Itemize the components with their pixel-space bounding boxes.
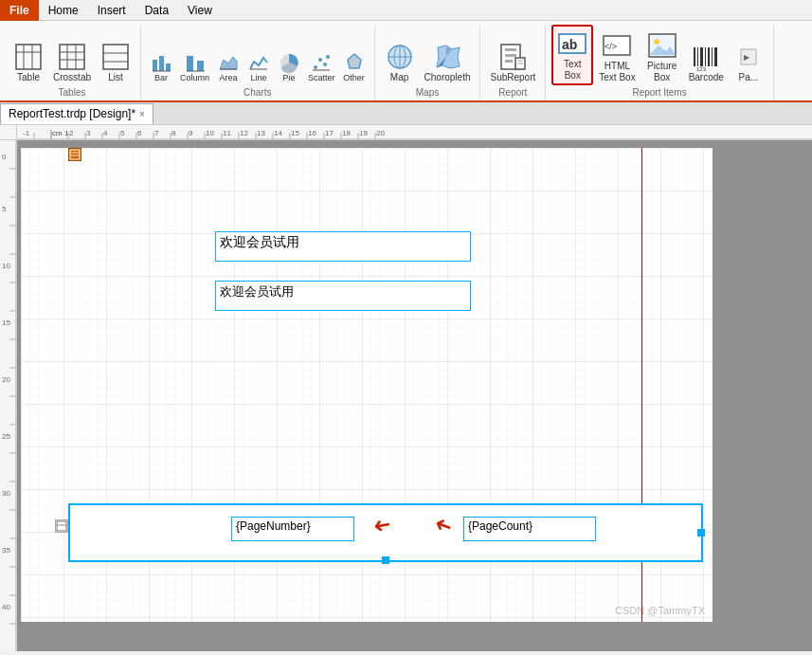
svg-text:▶: ▶ (744, 53, 750, 62)
svg-rect-135 (57, 521, 66, 531)
subreport-label: SubReport (490, 72, 535, 83)
svg-text:10: 10 (206, 129, 214, 137)
svg-point-23 (314, 65, 317, 69)
svg-text:10: 10 (2, 262, 10, 270)
svg-text:15: 15 (2, 318, 10, 327)
svg-text:19: 19 (359, 129, 368, 137)
more-icon: ▶ (733, 42, 764, 72)
maps-items: Map Choropleth (381, 25, 475, 85)
data-menu[interactable]: Data (135, 0, 178, 21)
footer-band[interactable]: {PageNumber} ➜ ➜ {PageCount} (68, 503, 703, 562)
scatter-button[interactable]: Scatter (305, 49, 338, 85)
choropleth-label: Choropleth (424, 72, 471, 83)
htmltextbox-button[interactable]: </> HTML Text Box (595, 28, 639, 85)
htmltextbox-label: HTML Text Box (599, 61, 635, 83)
barcode-button[interactable]: 123 Barcode (685, 40, 728, 85)
maps-group-label: Maps (416, 85, 439, 100)
svg-text:40: 40 (2, 603, 10, 611)
column-button[interactable]: Column (177, 49, 212, 85)
area-label: Area (220, 74, 238, 83)
ruler-corner (0, 125, 17, 140)
picturebox-button[interactable]: Picture Box (641, 28, 683, 85)
ribbon: Table Crosstab (0, 21, 812, 102)
page-number-textbox[interactable]: {PageNumber} (231, 517, 354, 541)
choropleth-icon (432, 42, 462, 72)
tab-title: ReportTest.trdp [Design]* (9, 107, 135, 120)
file-menu[interactable]: File (0, 0, 39, 21)
report-icon (68, 148, 81, 161)
barcode-icon: 123 (691, 42, 721, 72)
report-items: SubReport (486, 25, 539, 85)
svg-text:20: 20 (376, 129, 385, 137)
design-tab[interactable]: ReportTest.trdp [Design]* × (0, 103, 153, 124)
svg-rect-35 (505, 54, 516, 57)
more-button[interactable]: ▶ Pa... (730, 40, 767, 85)
resize-handle-bottom[interactable] (382, 556, 389, 564)
svg-text:-1: -1 (23, 129, 30, 137)
bar-button[interactable]: Bar (147, 49, 175, 85)
map-button[interactable]: Map (381, 40, 419, 85)
crosstab-icon (57, 42, 87, 72)
tab-bar: ReportTest.trdp [Design]* × (0, 102, 812, 125)
pie-label: Pie (283, 74, 296, 83)
content-row: 0 5 10 15 20 25 30 (0, 140, 812, 651)
resize-handle-right[interactable] (697, 529, 705, 537)
svg-rect-52 (708, 47, 710, 66)
report-items-group-label: Report Items (632, 85, 686, 100)
svg-marker-19 (220, 57, 237, 69)
insert-menu[interactable]: Insert (88, 0, 135, 21)
subreport-button[interactable]: SubReport (486, 40, 539, 85)
picturebox-icon (647, 30, 677, 61)
svg-text:35: 35 (2, 546, 10, 555)
scatter-label: Scatter (308, 74, 335, 83)
design-canvas[interactable]: 欢迎会员试用 欢迎会员试用 (21, 148, 713, 622)
scatter-icon (310, 51, 333, 74)
arrow-1: ➜ (371, 512, 392, 539)
svg-rect-53 (712, 47, 713, 66)
page-count-textbox[interactable]: {PageCount} (463, 517, 596, 541)
svg-text:17: 17 (325, 129, 334, 137)
textbox-1[interactable]: 欢迎会员试用 (215, 231, 471, 262)
svg-rect-54 (714, 47, 717, 66)
barcode-label: Barcode (689, 72, 724, 83)
ribbon-group-report: SubReport Report (480, 25, 546, 100)
textbox-2[interactable]: 欢迎会员试用 (215, 281, 471, 311)
table-button[interactable]: Table (9, 40, 47, 85)
area-button[interactable]: Area (214, 49, 243, 85)
line-button[interactable]: Line (244, 49, 273, 85)
svg-text:20: 20 (2, 375, 10, 384)
tables-items: Table Crosstab (9, 25, 135, 85)
vertical-ruler: 0 5 10 15 20 25 30 (0, 140, 17, 651)
list-icon (100, 42, 131, 72)
pie-icon (278, 51, 300, 74)
tables-group-label: Tables (59, 85, 86, 100)
home-menu[interactable]: Home (39, 0, 88, 21)
svg-text:6: 6 (137, 129, 142, 137)
canvas-wrapper[interactable]: 欢迎会员试用 欢迎会员试用 (17, 140, 812, 651)
svg-rect-132 (70, 150, 80, 159)
choropleth-button[interactable]: Choropleth (421, 40, 475, 85)
crosstab-button[interactable]: Crosstab (49, 40, 95, 85)
crosstab-label: Crosstab (53, 72, 91, 83)
map-icon (385, 42, 415, 72)
list-button[interactable]: List (97, 40, 135, 85)
ruler-row: -1 cm 1 2 3 4 5 6 7 8 (0, 125, 812, 140)
svg-rect-14 (166, 64, 171, 71)
svg-text:cm 1: cm 1 (52, 129, 69, 137)
column-icon (184, 51, 207, 74)
svg-point-24 (318, 58, 322, 62)
svg-text:4: 4 (103, 129, 108, 137)
other-label: Other (343, 74, 365, 83)
arrow-2: ➜ (431, 511, 456, 540)
svg-rect-51 (705, 47, 706, 66)
pie-button[interactable]: Pie (275, 49, 303, 85)
other-button[interactable]: Other (340, 49, 369, 85)
svg-text:12: 12 (240, 129, 248, 137)
line-icon (247, 51, 270, 74)
view-menu[interactable]: View (178, 0, 222, 21)
svg-text:5: 5 (120, 129, 125, 137)
textbox-button[interactable]: ab Text Box (551, 25, 593, 85)
svg-rect-13 (159, 56, 164, 71)
tab-close-button[interactable]: × (139, 109, 145, 119)
svg-text:3: 3 (86, 129, 91, 137)
